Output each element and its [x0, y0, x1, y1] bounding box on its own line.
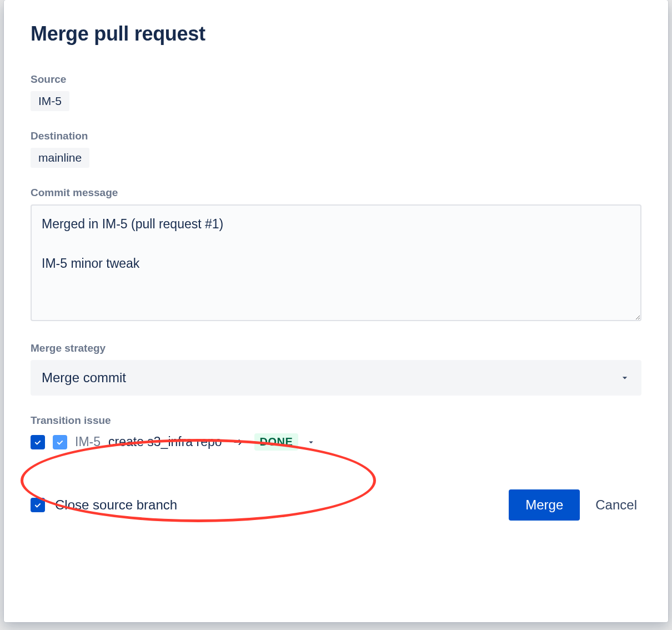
- destination-branch-tag[interactable]: mainline: [31, 148, 89, 168]
- transition-issue-row: IM-5 create s3_infra repo DONE: [31, 433, 641, 451]
- status-badge[interactable]: DONE: [254, 433, 299, 451]
- close-branch-checkbox[interactable]: [31, 498, 45, 512]
- merge-strategy-value: Merge commit: [42, 370, 126, 386]
- transition-checkbox-inner[interactable]: [53, 435, 67, 449]
- check-icon: [33, 501, 42, 509]
- transition-issue-label: Transition issue: [31, 414, 641, 427]
- dialog-actions: Merge Cancel: [509, 489, 641, 521]
- commit-message-field: Commit message: [31, 187, 641, 323]
- destination-label: Destination: [31, 130, 641, 142]
- destination-field: Destination mainline: [31, 130, 641, 168]
- issue-key[interactable]: IM-5: [75, 434, 101, 449]
- close-branch-label: Close source branch: [55, 497, 177, 513]
- merge-button[interactable]: Merge: [509, 489, 580, 521]
- transition-issue-field: Transition issue IM-5 create s3_infra re…: [31, 414, 641, 451]
- dialog-title: Merge pull request: [31, 22, 641, 46]
- merge-strategy-select[interactable]: Merge commit: [31, 360, 641, 396]
- issue-title: create s3_infra repo: [108, 434, 222, 449]
- transition-checkbox-outer[interactable]: [31, 435, 45, 449]
- commit-message-label: Commit message: [31, 187, 641, 199]
- commit-message-textarea[interactable]: [31, 204, 641, 321]
- source-label: Source: [31, 73, 641, 86]
- check-icon: [56, 438, 64, 447]
- merge-strategy-label: Merge strategy: [31, 342, 641, 354]
- dialog-footer: Close source branch Merge Cancel: [31, 489, 641, 521]
- source-branch-tag[interactable]: IM-5: [31, 91, 69, 111]
- merge-pull-request-dialog: Merge pull request Source IM-5 Destinati…: [4, 0, 668, 622]
- source-field: Source IM-5: [31, 73, 641, 111]
- chevron-down-icon[interactable]: [306, 437, 316, 447]
- cancel-button[interactable]: Cancel: [591, 489, 641, 521]
- arrow-right-icon: [232, 436, 244, 448]
- chevron-down-icon: [619, 372, 630, 383]
- check-icon: [33, 438, 42, 447]
- close-branch-row: Close source branch: [31, 497, 177, 513]
- merge-strategy-field: Merge strategy Merge commit: [31, 342, 641, 396]
